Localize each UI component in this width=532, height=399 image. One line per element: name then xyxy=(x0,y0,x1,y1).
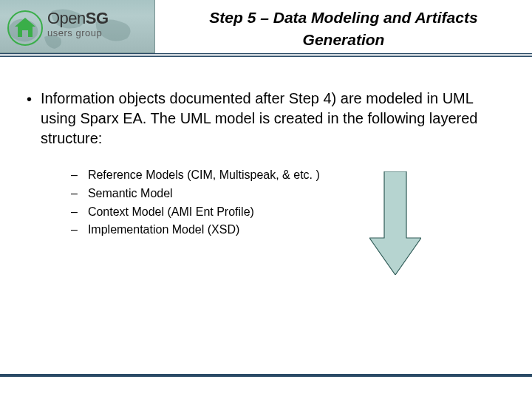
logo-subtitle: users group xyxy=(47,28,109,38)
arrow-shape xyxy=(369,171,421,275)
house-icon xyxy=(7,10,43,46)
sub-item-text: Reference Models (CIM, Multispeak, & etc… xyxy=(88,166,320,185)
sub-item-text: Implementation Model (XSD) xyxy=(88,221,239,239)
slide-body: • Information objects documented after S… xyxy=(0,89,532,239)
logo-block: OpenSG users group xyxy=(0,0,155,53)
logo-wordmark: OpenSG xyxy=(47,10,109,27)
main-bullet: • Information objects documented after S… xyxy=(22,89,510,149)
sub-item-text: Semantic Model xyxy=(88,185,173,203)
slide-title: Step 5 – Data Modeling and Artifacts Gen… xyxy=(166,9,521,49)
title-line-1: Step 5 – Data Modeling and Artifacts xyxy=(166,9,521,27)
dash-icon: – xyxy=(71,166,78,185)
bullet-dot-icon: • xyxy=(27,89,32,109)
sub-item-text: Context Model (AMI Ent Profile) xyxy=(88,203,254,222)
logo-text: OpenSG users group xyxy=(47,10,109,38)
sub-bullet-list: – Reference Models (CIM, Multispeak, & e… xyxy=(71,166,510,239)
dash-icon: – xyxy=(71,185,78,203)
title-line-2: Generation xyxy=(166,31,521,49)
dash-icon: – xyxy=(71,203,78,222)
list-item: – Context Model (AMI Ent Profile) xyxy=(71,203,510,222)
slide-header: OpenSG users group Step 5 – Data Modelin… xyxy=(0,0,532,66)
header-divider-thin xyxy=(0,56,532,57)
header-divider xyxy=(0,53,532,55)
down-arrow-icon xyxy=(369,171,421,275)
list-item: – Implementation Model (XSD) xyxy=(71,221,510,239)
footer-divider xyxy=(0,374,532,377)
main-bullet-text: Information objects documented after Ste… xyxy=(41,89,510,149)
dash-icon: – xyxy=(71,221,78,239)
list-item: – Reference Models (CIM, Multispeak, & e… xyxy=(71,166,510,185)
list-item: – Semantic Model xyxy=(71,185,510,203)
